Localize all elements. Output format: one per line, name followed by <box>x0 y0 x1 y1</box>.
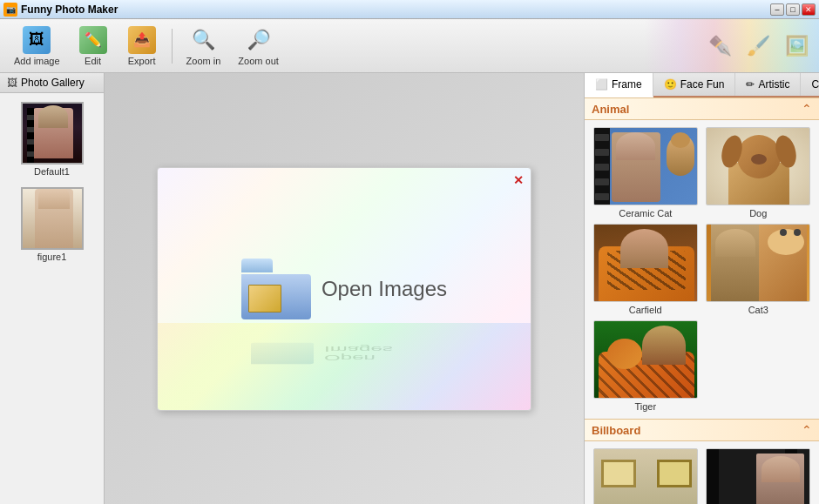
animal-section-header: Animal ⌃ <box>585 97 819 120</box>
frame-item-ceramic-cat[interactable]: Ceramic Cat <box>592 127 700 218</box>
zoom-in-label: Zoom in <box>186 56 221 66</box>
edit-icon-visual <box>79 26 107 54</box>
folder-icon <box>241 259 311 319</box>
toolbar-separator-1 <box>172 29 173 64</box>
frame-item-billboard1[interactable]: Billboard1 <box>592 448 700 504</box>
edit-icon <box>79 26 107 54</box>
sidebar-header: 🖼 Photo Gallery <box>0 73 104 93</box>
main-content: 🖼 Photo Gallery Default1 <box>0 73 819 504</box>
maximize-button[interactable]: □ <box>786 3 800 16</box>
animal-collapse-button[interactable]: ⌃ <box>802 102 812 116</box>
zoom-in-button[interactable]: 🔍 Zoom in <box>179 23 228 70</box>
gallery-thumb-figure1 <box>21 187 84 250</box>
frame-label-ceramic-cat: Ceramic Cat <box>619 208 672 218</box>
frame-item-billboard2[interactable]: Billboard2 <box>705 448 813 504</box>
frame-thumb-billboard1 <box>593 448 698 504</box>
title-bar-left: 📷 Funny Photo Maker <box>3 3 118 17</box>
zoom-out-icon: 🔍 <box>245 26 273 54</box>
animal-section-title: Animal <box>592 103 629 116</box>
export-label: Export <box>128 56 156 66</box>
tabs: ⬜ Frame 🙂 Face Fun ✏ Artistic C... <box>585 73 819 97</box>
paint-icon[interactable]: 🖌️ <box>742 30 774 62</box>
frame-item-dog[interactable]: Dog <box>705 127 813 218</box>
frame-thumb-tiger <box>593 320 698 399</box>
toolbar-right-icons: ✒️ 🖌️ 🖼️ <box>704 30 812 62</box>
title-bar: 📷 Funny Photo Maker – □ ✕ <box>0 0 819 19</box>
gallery-label-figure1: figure1 <box>37 252 67 262</box>
panel-content: Animal ⌃ <box>585 97 819 504</box>
tab-frame[interactable]: ⬜ Frame <box>585 73 653 97</box>
frame-thumb-billboard2 <box>706 448 810 504</box>
toolbar: Add image Edit Export 🔍 Zoom in 🔍 Zoom o… <box>0 19 819 73</box>
title-controls: – □ ✕ <box>770 3 816 16</box>
zoom-out-button[interactable]: 🔍 Zoom out <box>231 23 285 70</box>
billboard-collapse-button[interactable]: ⌃ <box>802 423 812 437</box>
gallery-items: Default1 figure1 <box>0 93 104 271</box>
tab-frame-label: Frame <box>612 78 642 91</box>
app-title: Funny Photo Maker <box>21 3 118 16</box>
gallery-item-default1[interactable]: Default1 <box>7 100 97 178</box>
folder-tab <box>241 259 273 272</box>
open-images-content[interactable]: Open Images <box>241 259 447 319</box>
photo-gallery-sidebar: 🖼 Photo Gallery Default1 <box>0 73 105 504</box>
export-button[interactable]: Export <box>119 23 165 70</box>
billboard-section-title: Billboard <box>592 424 640 437</box>
reflection: Open Images <box>251 342 437 364</box>
tab-face-fun-label: Face Fun <box>680 78 725 91</box>
artistic-icon: ✏ <box>746 78 755 91</box>
frame-label-cat3: Cat3 <box>748 305 768 315</box>
pen-icon[interactable]: ✒️ <box>704 30 735 62</box>
frame-tab-icon: ⬜ <box>595 78 608 91</box>
export-icon <box>128 26 156 54</box>
sidebar-title: Photo Gallery <box>21 77 85 89</box>
zoom-out-label: Zoom out <box>238 56 278 66</box>
right-panel: ⬜ Frame 🙂 Face Fun ✏ Artistic C... Anima… <box>584 73 819 504</box>
canvas-area: ✕ Open Images Open Images <box>105 73 584 504</box>
app-icon: 📷 <box>3 3 17 17</box>
close-button[interactable]: ✕ <box>802 3 816 16</box>
frame-thumb-ceramic-cat <box>593 127 698 205</box>
frame-thumb-carfield <box>593 224 698 302</box>
export-icon-visual <box>128 26 156 54</box>
add-image-button[interactable]: Add image <box>7 23 67 70</box>
add-image-icon <box>23 26 51 54</box>
photo-frame-icon[interactable]: 🖼️ <box>781 30 812 62</box>
tab-more-label: C... <box>811 78 819 91</box>
gallery-icon: 🖼 <box>7 77 17 89</box>
tab-artistic-label: Artistic <box>758 78 789 91</box>
frame-item-tiger[interactable]: Tiger <box>592 320 700 412</box>
billboard-frame-grid: Billboard1 Billboard2 <box>585 441 819 504</box>
zoom-out-icon-visual: 🔍 <box>245 26 273 54</box>
frame-item-carfield[interactable]: Carfield <box>592 224 700 315</box>
add-image-label: Add image <box>14 56 60 66</box>
frame-label-dog: Dog <box>749 208 767 218</box>
frame-label-carfield: Carfield <box>629 305 662 315</box>
frame-thumb-cat3 <box>706 224 810 302</box>
gallery-item-figure1[interactable]: figure1 <box>7 185 97 264</box>
close-panel-button[interactable]: ✕ <box>513 173 524 187</box>
gallery-thumb-default1 <box>21 102 84 165</box>
billboard-section-header: Billboard ⌃ <box>585 419 819 441</box>
frame-item-cat3[interactable]: Cat3 <box>705 224 813 315</box>
frame-label-tiger: Tiger <box>634 401 656 412</box>
edit-label: Edit <box>85 56 101 66</box>
tab-more[interactable]: C... <box>801 73 819 96</box>
tab-artistic[interactable]: ✏ Artistic <box>735 73 801 96</box>
animal-frame-grid: Ceramic Cat Dog <box>585 120 819 419</box>
frame-thumb-dog <box>706 127 810 205</box>
gallery-label-default1: Default1 <box>34 166 70 177</box>
zoom-in-icon-visual: 🔍 <box>189 26 217 54</box>
face-fun-icon: 🙂 <box>664 78 677 91</box>
open-images-text: Open Images <box>322 277 447 301</box>
zoom-in-icon: 🔍 <box>189 26 217 54</box>
tab-face-fun[interactable]: 🙂 Face Fun <box>653 73 736 96</box>
edit-button[interactable]: Edit <box>71 23 116 70</box>
add-image-icon-visual <box>23 26 51 54</box>
folder-image-preview <box>248 285 281 312</box>
minimize-button[interactable]: – <box>770 3 784 16</box>
open-images-panel: ✕ Open Images Open Images <box>157 167 531 411</box>
folder-body <box>241 274 311 319</box>
